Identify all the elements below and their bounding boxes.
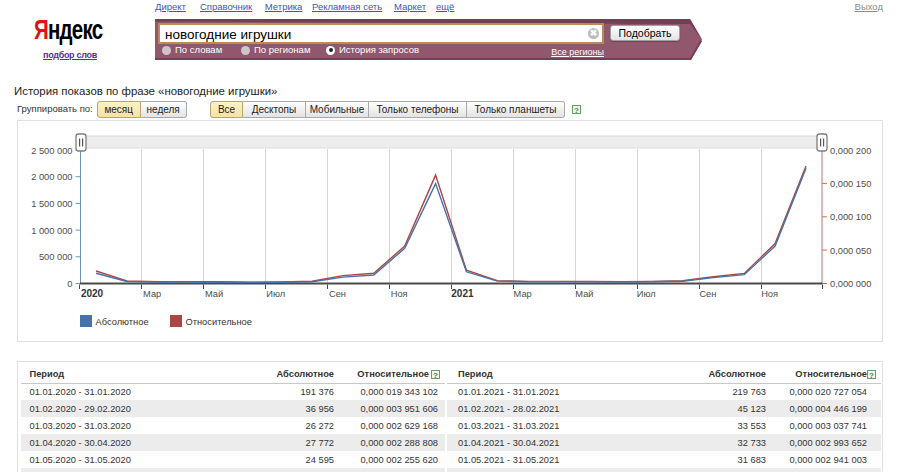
svg-text:Сен: Сен: [699, 289, 716, 299]
svg-text:500 000: 500 000: [39, 252, 73, 262]
svg-text:0,000 100: 0,000 100: [830, 212, 871, 222]
svg-text:2020: 2020: [81, 288, 104, 299]
svg-text:2 000 000: 2 000 000: [31, 172, 72, 182]
svg-text:1 000 000: 1 000 000: [31, 226, 72, 236]
svg-text:Мар: Мар: [143, 289, 161, 299]
svg-text:Май: Май: [575, 289, 593, 299]
svg-text:Июл: Июл: [266, 289, 285, 299]
svg-text:Май: Май: [205, 289, 223, 299]
svg-text:Абсолютное: Абсолютное: [96, 317, 149, 327]
svg-text:0,000 000: 0,000 000: [830, 279, 871, 289]
svg-text:Июл: Июл: [637, 289, 656, 299]
svg-text:Мар: Мар: [514, 289, 532, 299]
svg-text:Ноя: Ноя: [391, 289, 408, 299]
svg-text:Ноя: Ноя: [761, 289, 778, 299]
svg-text:0: 0: [67, 279, 72, 289]
svg-text:2021: 2021: [451, 288, 474, 299]
svg-text:Относительное: Относительное: [186, 317, 252, 327]
svg-text:0,000 200: 0,000 200: [830, 146, 871, 156]
svg-text:0,000 150: 0,000 150: [830, 179, 871, 189]
svg-text:2 500 000: 2 500 000: [31, 146, 72, 156]
svg-text:0,000 050: 0,000 050: [830, 246, 871, 256]
svg-text:1 500 000: 1 500 000: [31, 199, 72, 209]
svg-text:Сен: Сен: [329, 289, 346, 299]
